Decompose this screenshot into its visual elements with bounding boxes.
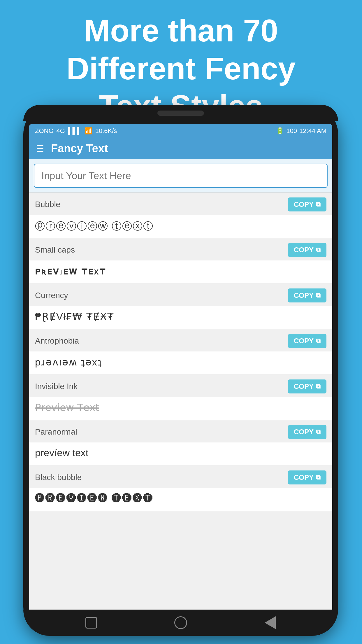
style-preview-currency: ₱ⱤɆVł₣₩ ₮ɆӾ₮ bbox=[29, 306, 332, 329]
copy-icon-currency: ⧉ bbox=[316, 292, 321, 299]
back-icon bbox=[265, 616, 276, 629]
copy-button-black-bubble[interactable]: COPY ⧉ bbox=[288, 470, 326, 484]
style-preview-paranormal: prevíew text bbox=[29, 442, 332, 466]
paranormal-preview-text: prevíew text bbox=[35, 447, 88, 458]
copy-button-currency[interactable]: COPY ⧉ bbox=[288, 288, 326, 302]
style-block-antrophobia: Antrophobia COPY ⧉ pɹǝʌıǝʍ ʇǝxʇ bbox=[29, 329, 332, 375]
style-name-bubble: Bubble bbox=[35, 200, 60, 209]
currency-preview-text: ₱ⱤɆVł₣₩ ₮ɆӾ₮ bbox=[35, 311, 114, 322]
style-block-small-caps: Small caps COPY ⧉ ᴘʀᴇᴠɪᴇᴡ ᴛᴇxᴛ bbox=[29, 238, 332, 284]
speed-label: 10.6K/s bbox=[95, 127, 117, 135]
style-name-small-caps: Small caps bbox=[35, 245, 75, 255]
small-caps-preview-text: ᴘʀᴇᴠɪᴇᴡ ᴛᴇxᴛ bbox=[35, 265, 106, 276]
antrophobia-preview-text: pɹǝʌıǝʍ ʇǝxʇ bbox=[35, 356, 102, 368]
style-header-black-bubble: Black bubble COPY ⧉ bbox=[29, 466, 332, 488]
style-preview-black-bubble: 🅟🅡🅔🅥🅘🅔🅦 🅣🅔🅧🅣 bbox=[29, 488, 332, 511]
style-name-paranormal: Paranormal bbox=[35, 427, 77, 437]
style-header-paranormal: Paranormal COPY ⧉ bbox=[29, 420, 332, 442]
phone-top-bar bbox=[23, 105, 338, 121]
network-label: 4G bbox=[57, 127, 65, 135]
style-header-invisible-ink: Invisible Ink COPY ⧉ bbox=[29, 375, 332, 397]
styles-list: Bubble COPY ⧉ ⓟⓡⓔⓥⓘⓔⓦ ⓣⓔⓧⓣ Small caps CO… bbox=[29, 193, 332, 614]
style-block-bubble: Bubble COPY ⧉ ⓟⓡⓔⓥⓘⓔⓦ ⓣⓔⓧⓣ bbox=[29, 193, 332, 238]
copy-button-paranormal[interactable]: COPY ⧉ bbox=[288, 425, 326, 439]
style-name-invisible-ink: Invisible Ink bbox=[35, 382, 78, 391]
copy-icon-bubble: ⧉ bbox=[316, 201, 321, 208]
copy-icon-small-caps: ⧉ bbox=[316, 246, 321, 254]
copy-icon-antrophobia: ⧉ bbox=[316, 337, 321, 345]
text-input[interactable] bbox=[34, 164, 328, 188]
copy-icon-black-bubble: ⧉ bbox=[316, 474, 321, 481]
style-block-currency: Currency COPY ⧉ ₱ⱤɆVł₣₩ ₮ɆӾ₮ bbox=[29, 284, 332, 329]
nav-home-button[interactable] bbox=[173, 615, 189, 631]
status-right: 🔋 100 12:44 AM bbox=[276, 127, 326, 135]
style-name-black-bubble: Black bubble bbox=[35, 473, 82, 482]
bubble-preview-text: ⓟⓡⓔⓥⓘⓔⓦ ⓣⓔⓧⓣ bbox=[35, 220, 154, 232]
style-header-small-caps: Small caps COPY ⧉ bbox=[29, 238, 332, 260]
copy-icon-invisible-ink: ⧉ bbox=[316, 383, 321, 390]
battery-label: 100 bbox=[286, 127, 297, 135]
phone-bottom-nav bbox=[23, 610, 338, 636]
carrier-label: ZONG bbox=[35, 127, 54, 135]
style-block-black-bubble: Black bubble COPY ⧉ 🅟🅡🅔🅥🅘🅔🅦 🅣🅔🅧🅣 bbox=[29, 466, 332, 511]
copy-icon-paranormal: ⧉ bbox=[316, 428, 321, 436]
invisible-ink-preview-text: P̶r̶e̶v̶i̶e̶w̶ ̶T̶e̶x̶t̶ bbox=[35, 402, 99, 413]
black-bubble-preview-text: 🅟🅡🅔🅥🅘🅔🅦 🅣🅔🅧🅣 bbox=[35, 493, 154, 504]
battery-icon: 🔋 bbox=[276, 127, 284, 135]
copy-button-invisible-ink[interactable]: COPY ⧉ bbox=[288, 379, 326, 393]
style-header-currency: Currency COPY ⧉ bbox=[29, 284, 332, 306]
style-preview-bubble: ⓟⓡⓔⓥⓘⓔⓦ ⓣⓔⓧⓣ bbox=[29, 215, 332, 238]
nav-square-button[interactable] bbox=[83, 615, 99, 631]
style-block-invisible-ink: Invisible Ink COPY ⧉ P̶r̶e̶v̶i̶e̶w̶ ̶T̶e… bbox=[29, 375, 332, 420]
style-block-paranormal: Paranormal COPY ⧉ prevíew text bbox=[29, 420, 332, 466]
copy-button-bubble[interactable]: COPY ⧉ bbox=[288, 197, 326, 211]
time-label: 12:44 AM bbox=[299, 127, 326, 135]
copy-button-small-caps[interactable]: COPY ⧉ bbox=[288, 243, 326, 257]
circle-icon bbox=[174, 616, 187, 629]
wifi-icon: 📶 bbox=[85, 127, 92, 135]
style-name-currency: Currency bbox=[35, 291, 68, 300]
square-icon bbox=[85, 617, 97, 629]
app-title: Fancy Text bbox=[51, 142, 108, 155]
style-header-antrophobia: Antrophobia COPY ⧉ bbox=[29, 329, 332, 351]
status-bar: ZONG 4G ▌▌▌ 📶 10.6K/s 🔋 100 12:44 AM bbox=[29, 124, 332, 138]
input-area bbox=[29, 159, 332, 193]
style-preview-antrophobia: pɹǝʌıǝʍ ʇǝxʇ bbox=[29, 351, 332, 375]
hamburger-icon[interactable]: ☰ bbox=[36, 144, 44, 154]
style-preview-invisible-ink: P̶r̶e̶v̶i̶e̶w̶ ̶T̶e̶x̶t̶ bbox=[29, 397, 332, 420]
phone-screen: ZONG 4G ▌▌▌ 📶 10.6K/s 🔋 100 12:44 AM ☰ F… bbox=[29, 124, 332, 614]
style-name-antrophobia: Antrophobia bbox=[35, 336, 79, 346]
status-left: ZONG 4G ▌▌▌ 📶 10.6K/s bbox=[35, 127, 117, 135]
copy-button-antrophobia[interactable]: COPY ⧉ bbox=[288, 334, 326, 348]
nav-back-button[interactable] bbox=[262, 615, 278, 631]
style-preview-small-caps: ᴘʀᴇᴠɪᴇᴡ ᴛᴇxᴛ bbox=[29, 260, 332, 284]
phone-speaker bbox=[157, 111, 204, 116]
phone-frame: ZONG 4G ▌▌▌ 📶 10.6K/s 🔋 100 12:44 AM ☰ F… bbox=[23, 105, 338, 636]
style-header-bubble: Bubble COPY ⧉ bbox=[29, 193, 332, 215]
signal-icon: ▌▌▌ bbox=[68, 127, 82, 135]
app-header: ☰ Fancy Text bbox=[29, 138, 332, 159]
